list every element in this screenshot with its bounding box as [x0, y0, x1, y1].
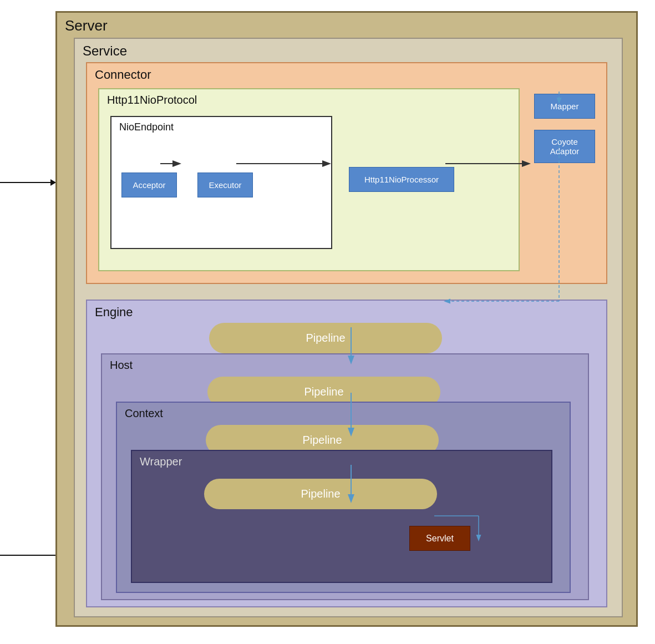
mapper-box: Mapper — [534, 94, 595, 119]
servlet-box: Servlet — [409, 526, 470, 551]
host-label: Host — [110, 359, 133, 372]
engine-pipeline: Pipeline — [209, 323, 442, 353]
protocol-label: Http11NioProtocol — [107, 94, 197, 107]
service-box: Service Connector Mapper Coyote Adaptor … — [74, 38, 623, 617]
engine-box: Engine Pipeline Host Pipeline Context — [86, 300, 607, 607]
connector-box: Connector Mapper Coyote Adaptor Http11Ni… — [86, 62, 607, 284]
context-box: Context Pipeline Wrapper Pipeline — [116, 402, 571, 593]
processor-box: Http11NioProcessor — [349, 167, 454, 192]
acceptor-box: Acceptor — [121, 173, 177, 197]
wrapper-pipeline: Pipeline — [204, 479, 437, 509]
input-arrow — [0, 182, 55, 183]
endpoint-label: NioEndpoint — [119, 121, 174, 133]
protocol-box: Http11NioProtocol NioEndpoint Acceptor E… — [98, 88, 520, 271]
wrapper-box: Wrapper Pipeline Servlet — [131, 450, 552, 583]
diagram-root: Server Service Connector Mapper Coyote A… — [55, 11, 643, 632]
wrapper-label: Wrapper — [140, 455, 182, 468]
server-label: Server — [65, 17, 108, 34]
engine-label: Engine — [95, 305, 133, 320]
host-box: Host Pipeline Context Pipeline — [101, 353, 589, 600]
service-label: Service — [83, 43, 127, 59]
connector-label: Connector — [95, 68, 151, 82]
server-box: Server Service Connector Mapper Coyote A… — [55, 11, 638, 627]
executor-box: Executor — [197, 173, 253, 197]
context-label: Context — [125, 407, 163, 420]
coyote-adaptor-box: Coyote Adaptor — [534, 130, 595, 163]
endpoint-box: NioEndpoint Acceptor Executor — [110, 116, 332, 249]
